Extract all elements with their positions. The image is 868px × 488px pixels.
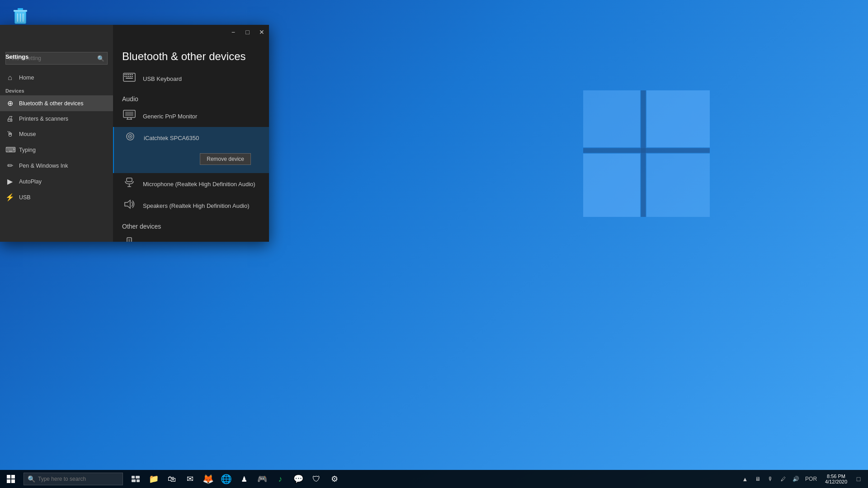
devices-section-label: Devices (0, 85, 113, 95)
device-item-icatchtek[interactable]: iCatchtek SPCA6350 (114, 127, 269, 149)
mail-button[interactable]: ✉ (181, 470, 199, 488)
page-title: Bluetooth & other devices (113, 43, 269, 68)
wireless-lan-icon (122, 237, 137, 242)
svg-rect-14 (126, 74, 127, 75)
recycle-bin-icon (9, 5, 31, 26)
steam-button[interactable]: ♟ (235, 470, 253, 488)
svg-rect-49 (137, 479, 140, 482)
notification-icon[interactable]: □ (853, 470, 864, 488)
wireless-lan-label: 802.11n USB Wireless LAN Card (143, 242, 229, 242)
keyboard-lang-icon[interactable]: 🖊 (777, 470, 789, 488)
home-icon: ⌂ (5, 74, 14, 82)
spotify-button[interactable]: ♪ (271, 470, 289, 488)
language-indicator[interactable]: POR (802, 476, 820, 482)
remove-device-row: Remove device (114, 149, 269, 173)
start-button[interactable] (0, 470, 22, 488)
svg-rect-21 (130, 76, 131, 77)
network-icon[interactable]: 🖥 (752, 470, 764, 488)
microphone-label: Microphone (Realtek High Definition Audi… (143, 181, 255, 188)
device-item-generic-pnp[interactable]: Generic PnP Monitor (113, 105, 269, 127)
device-item-usb-keyboard[interactable]: USB Keyboard (113, 68, 269, 89)
svg-rect-7 (14, 10, 27, 12)
keyboard-icon (122, 73, 137, 84)
clock[interactable]: 8:56 PM 4/12/2020 (821, 470, 851, 488)
device-item-microphone[interactable]: Microphone (Realtek High Definition Audi… (113, 173, 269, 195)
svg-rect-47 (136, 476, 140, 479)
store-button[interactable]: 🛍 (163, 470, 181, 488)
sidebar-item-home[interactable]: ⌂ Home (0, 70, 113, 85)
svg-rect-22 (132, 76, 133, 77)
volume-icon[interactable]: 🔊 (790, 470, 802, 488)
vpn-button[interactable]: 🛡 (307, 470, 326, 488)
svg-marker-3 (646, 154, 710, 217)
maximize-button[interactable]: □ (241, 25, 255, 39)
taskbar-right: ▲ 🖥 🎙 🖊 🔊 POR 8:56 PM 4/12/2020 □ (739, 470, 868, 488)
camera-icon (123, 131, 137, 144)
sidebar-item-typing[interactable]: ⌨ Typing (0, 142, 113, 158)
svg-rect-45 (11, 479, 15, 483)
autoplay-label: AutoPlay (19, 178, 42, 185)
svg-rect-23 (126, 78, 133, 79)
speakers-icon (122, 199, 137, 212)
sidebar-header: Settings (0, 50, 113, 62)
pen-icon: ✏ (5, 161, 14, 170)
svg-rect-46 (132, 476, 135, 479)
task-view-button[interactable] (127, 470, 145, 488)
up-arrow-icon[interactable]: ▲ (739, 470, 751, 488)
svg-rect-20 (128, 76, 129, 77)
taskbar: 🔍 📁 🛍 ✉ 🦊 🌐 ♟ 🎮 ♪ 💬 🛡 (0, 470, 868, 488)
settings-window: Settings 🔍 ⌂ Home Devices ⊕ Bluetooth & … (0, 25, 269, 242)
sidebar: Settings 🔍 ⌂ Home Devices ⊕ Bluetooth & … (0, 25, 113, 242)
svg-rect-8 (18, 8, 23, 10)
svg-marker-2 (583, 154, 640, 217)
titlebar: − □ ✕ (226, 25, 269, 39)
svg-rect-16 (130, 74, 131, 75)
svg-marker-1 (646, 90, 710, 147)
svg-marker-0 (583, 90, 640, 147)
minimize-button[interactable]: − (226, 25, 241, 39)
sidebar-item-autoplay[interactable]: ▶ AutoPlay (0, 174, 113, 189)
svg-point-31 (130, 136, 131, 137)
settings-button[interactable]: ⚙ (326, 470, 344, 488)
sidebar-item-bluetooth[interactable]: ⊕ Bluetooth & other devices (0, 95, 113, 111)
bluetooth-label: Bluetooth & other devices (19, 100, 83, 107)
device-item-wireless-lan[interactable]: 802.11n USB Wireless LAN Card (113, 233, 269, 242)
sidebar-item-usb[interactable]: ⚡ USB (0, 189, 113, 205)
taskbar-icons: 📁 🛍 ✉ 🦊 🌐 ♟ 🎮 ♪ 💬 🛡 ⚙ (127, 470, 344, 488)
sidebar-item-printers[interactable]: 🖨 Printers & scanners (0, 111, 113, 127)
mic-icon[interactable]: 🎙 (764, 470, 776, 488)
icatchtek-label: iCatchtek SPCA6350 (144, 135, 199, 141)
svg-marker-35 (125, 200, 130, 208)
svg-rect-37 (128, 239, 130, 242)
game-button[interactable]: 🎮 (253, 470, 271, 488)
audio-section-label: Audio (113, 89, 269, 105)
taskbar-search[interactable]: 🔍 (24, 473, 123, 485)
taskbar-search-input[interactable] (38, 476, 119, 482)
svg-rect-32 (127, 178, 132, 182)
remove-device-button[interactable]: Remove device (200, 153, 251, 165)
mouse-label: Mouse (19, 131, 36, 137)
svg-rect-25 (125, 112, 133, 116)
svg-rect-19 (126, 76, 127, 77)
pen-label: Pen & Windows Ink (19, 163, 68, 169)
speakers-label: Speakers (Realtek High Definition Audio) (143, 202, 250, 209)
printers-label: Printers & scanners (19, 116, 68, 122)
svg-rect-17 (132, 74, 133, 75)
svg-rect-18 (124, 76, 126, 77)
sidebar-item-mouse[interactable]: 🖱 Mouse (0, 127, 113, 142)
autoplay-icon: ▶ (5, 177, 14, 186)
taskbar-search-icon: 🔍 (28, 475, 35, 483)
device-item-speakers[interactable]: Speakers (Realtek High Definition Audio) (113, 195, 269, 216)
discord-button[interactable]: 💬 (289, 470, 307, 488)
mouse-icon: 🖱 (5, 130, 14, 138)
firefox-button[interactable]: 🦊 (199, 470, 217, 488)
generic-pnp-label: Generic PnP Monitor (143, 113, 197, 120)
sidebar-item-pen[interactable]: ✏ Pen & Windows Ink (0, 158, 113, 174)
svg-rect-15 (128, 74, 129, 75)
usb-icon: ⚡ (5, 193, 14, 202)
close-button[interactable]: ✕ (255, 25, 269, 39)
file-explorer-button[interactable]: 📁 (145, 470, 163, 488)
chrome-button[interactable]: 🌐 (217, 470, 235, 488)
other-devices-section-label: Other devices (113, 216, 269, 233)
typing-icon: ⌨ (5, 145, 14, 154)
